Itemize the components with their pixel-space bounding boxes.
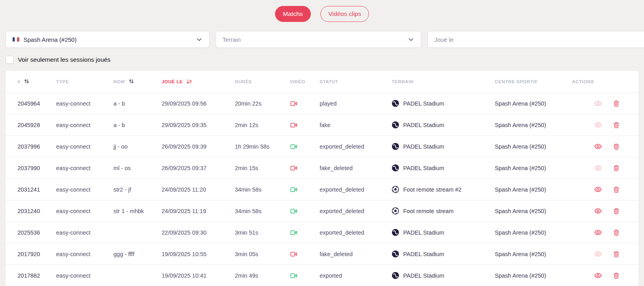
table-header-row: # TYPE NOM JOUÉ LE DURÉE VIDÉO STAT: [6, 71, 638, 92]
cell-name: a - b: [113, 100, 162, 107]
played-only-checkbox[interactable]: [6, 56, 14, 64]
cell-actions: [572, 207, 638, 215]
cell-status: exported: [320, 272, 392, 279]
chevron-down-icon: [408, 36, 414, 43]
cell-duration: 20min 22s: [235, 100, 290, 107]
cell-session-id: 2025536: [18, 229, 56, 236]
delete-button[interactable]: [613, 251, 620, 258]
tab-matchs-label: Matchs: [283, 10, 303, 18]
delete-button[interactable]: [613, 143, 620, 150]
view-button[interactable]: [594, 121, 602, 129]
cell-status: played: [320, 100, 392, 107]
video-camera-icon: [290, 100, 298, 107]
video-camera-icon: [290, 208, 298, 215]
chevron-down-icon: [196, 36, 203, 43]
delete-button[interactable]: [613, 121, 620, 129]
terrain-name: PADEL Stadium: [403, 272, 444, 279]
filters-bar: Spash Arena (#250) Terrain: [6, 31, 644, 48]
cell-sports-center: Spash Arena (#250): [495, 100, 572, 107]
video-camera-icon: [290, 143, 298, 150]
cell-played-at: 19/09/2025 10:41: [162, 272, 235, 279]
delete-button[interactable]: [613, 186, 620, 193]
view-button[interactable]: [594, 143, 602, 150]
header-id[interactable]: #: [18, 78, 56, 85]
view-button[interactable]: [594, 164, 602, 172]
header-sports-center-label: CENTRE SPORTIF: [495, 79, 538, 84]
spash-ball-icon: [392, 250, 399, 258]
header-name[interactable]: NOM: [113, 78, 162, 85]
terrain-name: PADEL Stadium: [403, 143, 444, 150]
table-row: 2031240 easy-connect str 1 - mhbk 24/09/…: [6, 200, 638, 221]
tab-videos-clips[interactable]: Vidéos clips: [320, 6, 369, 22]
cell-type: easy-connect: [56, 122, 113, 128]
cell-sports-center: Spash Arena (#250): [495, 165, 572, 171]
terrain-name: Foot remote stream #2: [403, 186, 462, 193]
cell-actions: [572, 229, 638, 236]
view-button[interactable]: [594, 229, 602, 236]
delete-button[interactable]: [613, 272, 620, 279]
cell-name: str2 - jf: [113, 186, 162, 193]
table-row: 2045964 easy-connect a - b 29/09/2025 09…: [6, 92, 638, 114]
view-button[interactable]: [594, 186, 602, 193]
cell-video: [290, 143, 320, 150]
view-button[interactable]: [594, 207, 602, 215]
header-type-label: TYPE: [56, 79, 69, 84]
played-only-filter: Voir seulement les sessions joués: [6, 56, 111, 64]
cell-played-at: 24/09/2025 11:20: [162, 186, 235, 193]
cell-video: [290, 251, 320, 258]
venue-select[interactable]: Spash Arena (#250): [6, 31, 209, 48]
view-button[interactable]: [594, 272, 602, 279]
header-played-at[interactable]: JOUÉ LE: [162, 78, 235, 85]
cell-duration: 34min 58s: [235, 186, 290, 193]
header-terrain-label: TERRAIN: [392, 79, 414, 84]
spash-ball-icon: [392, 100, 399, 107]
terrain-select[interactable]: Terrain: [216, 31, 421, 48]
cell-sports-center: Spash Arena (#250): [495, 251, 572, 257]
cell-name: ml - os: [113, 165, 162, 171]
cell-actions: [572, 121, 638, 129]
cell-actions: [572, 186, 638, 193]
played-date-input[interactable]: [428, 31, 644, 47]
header-duration: DURÉE: [235, 79, 290, 84]
delete-button[interactable]: [613, 100, 620, 107]
cell-session-id: 2045928: [18, 122, 56, 128]
cell-status: exported_deleted: [320, 229, 392, 236]
view-button[interactable]: [594, 100, 602, 107]
header-id-label: #: [18, 79, 20, 84]
cell-name: ggg - ffff: [113, 251, 162, 257]
table-row: 2017882 easy-connect 19/09/2025 10:41 2m…: [6, 264, 638, 286]
delete-button[interactable]: [613, 165, 620, 172]
video-camera-icon: [290, 229, 298, 236]
table-body: 2045964 easy-connect a - b 29/09/2025 09…: [6, 92, 638, 286]
played-date-field: [427, 31, 644, 48]
venue-select-value: Spash Arena (#250): [23, 36, 76, 43]
cell-actions: [572, 250, 638, 258]
cell-type: easy-connect: [56, 272, 113, 279]
cell-status: fake: [320, 122, 392, 128]
cell-played-at: 26/09/2025 09:39: [162, 143, 235, 150]
cell-video: [290, 186, 320, 193]
matches-table: # TYPE NOM JOUÉ LE DURÉE VIDÉO STAT: [6, 71, 638, 286]
delete-button[interactable]: [613, 208, 620, 215]
played-only-label: Voir seulement les sessions joués: [18, 56, 111, 63]
tab-matchs[interactable]: Matchs: [275, 6, 311, 22]
cell-duration: 1h 29min 58s: [235, 143, 290, 150]
cell-terrain: PADEL Stadium: [392, 121, 495, 129]
cell-actions: [572, 272, 638, 279]
delete-button[interactable]: [613, 229, 620, 236]
cell-sports-center: Spash Arena (#250): [495, 229, 572, 236]
cell-status: fake_deleted: [320, 251, 392, 257]
cell-name: a - b: [113, 122, 162, 128]
cell-video: [290, 229, 320, 236]
header-type: TYPE: [56, 79, 113, 84]
terrain-select-placeholder: Terrain: [222, 36, 241, 43]
header-duration-label: DURÉE: [235, 79, 252, 84]
cell-played-at: 24/09/2025 11:19: [162, 208, 235, 214]
cell-type: easy-connect: [56, 186, 113, 193]
video-camera-icon: [290, 165, 298, 172]
terrain-name: PADEL Stadium: [403, 165, 444, 171]
view-button[interactable]: [594, 250, 602, 258]
cell-video: [290, 165, 320, 172]
french-flag-icon: [12, 37, 20, 42]
table-row: 2031241 easy-connect str2 - jf 24/09/202…: [6, 178, 638, 200]
